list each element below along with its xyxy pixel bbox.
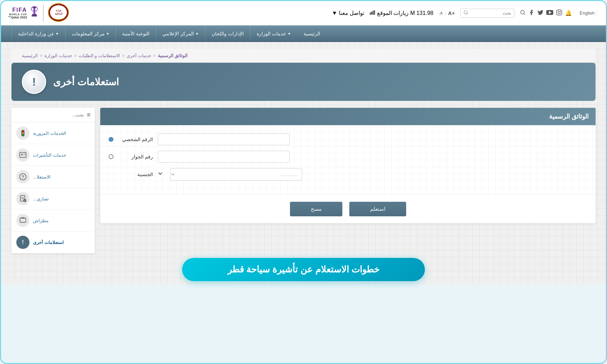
svg-point-2 [561,10,561,11]
header-left: English 🔔 [332,9,599,18]
logo-divider [43,5,44,22]
breadcrumb-current: الوثائق الرسمية [158,53,188,58]
svg-marker-18 [58,2,59,3]
svg-point-7 [464,10,467,14]
svg-rect-28 [20,153,26,158]
instagram-icon[interactable] [556,9,562,17]
sidebar-inquiries-label: الاستعلا... [33,174,51,180]
main-wrapper: الوثائق الرسمية < خدمات أخرى < الاستعلام… [1,42,606,285]
sidebar-search[interactable]: ≡ [11,108,95,122]
contact-label: تواصل معنا [339,10,364,16]
svg-point-29 [21,154,23,156]
sidebar-other-label: استعلامات أخرى [33,240,64,245]
nav-home[interactable]: الرئيسية [297,26,326,41]
svg-rect-23 [32,15,37,17]
sidebar-item-matrash[interactable]: مطراش [11,210,95,232]
nav-media-center[interactable]: ▼ المركز الإعلامي [156,26,205,41]
facebook-icon[interactable] [528,9,535,17]
svg-line-8 [467,13,468,14]
nationality-label: الجنسية [118,172,153,177]
site-header: English 🔔 [1,1,606,25]
breadcrumb-other-services[interactable]: خدمات أخرى [127,53,151,58]
form-actions: استعلم مسح [100,194,596,223]
breadcrumb-sep4: < [153,53,156,58]
breadcrumb-ministry-services[interactable]: خدمات الوزارة [44,53,72,58]
svg-rect-0 [557,10,562,15]
sidebar-item-inquiries[interactable]: الاستعلا... ? [11,166,95,188]
sidebar: ≡ الخدمات المرورية خدمات التأشيرات الاست… [11,108,95,253]
passport-row: رقم الجواز [109,151,587,163]
visits-chart-icon [370,10,375,16]
svg-point-26 [22,132,24,134]
language-switcher[interactable]: English [578,10,597,16]
svg-text:الداخلية: الداخلية [55,12,62,15]
personal-id-radio[interactable] [109,137,113,142]
traffic-icon [16,127,29,140]
visa-icon [16,148,29,162]
search-icon[interactable] [520,10,525,16]
twitter-icon[interactable] [537,9,544,17]
sidebar-item-other-inquiries[interactable]: استعلامات أخرى ! [11,232,95,253]
sidebar-item-traffic[interactable]: الخدمات المرورية [11,122,95,144]
hamburger-icon[interactable]: ≡ [87,111,91,119]
nav-departments[interactable]: الإدارات واللجان [205,26,250,41]
passport-radio[interactable] [109,154,113,159]
query-button[interactable]: استعلم [349,202,406,216]
svg-point-5 [521,10,524,14]
nationality-select[interactable]: ............ [170,168,302,181]
personal-id-label: الرقم الشخصي [118,137,153,142]
nav-info-center[interactable]: ▼ مركز المعلومات [65,26,116,41]
clear-button[interactable]: مسح [290,202,342,216]
personal-id-row: الرقم الشخصي [109,133,587,145]
form-body: الرقم الشخصي رقم الجواز ............ [100,125,596,194]
sidebar-visa-label: خدمات التأشيرات [33,153,66,158]
passport-input[interactable] [158,151,290,163]
svg-point-25 [22,131,24,132]
personal-id-input[interactable] [158,133,290,145]
sidebar-matrash-label: مطراش [33,218,49,223]
visits-count: 131.98 M [410,10,434,16]
svg-point-1 [558,11,561,14]
notification-icon[interactable]: 🔔 [565,10,572,16]
arrow-icon: ▼ [106,32,110,36]
breadcrumb-requests[interactable]: الاستعلامات و الطلبات [79,53,120,58]
youtube-icon[interactable] [546,10,553,17]
sidebar-item-visa[interactable]: خدمات التأشيرات [11,144,95,166]
font-decrease-button[interactable]: A- [439,11,443,15]
permits-icon: ✓ [16,192,29,205]
header-logos: وزارة الداخلية FIFA [8,2,70,24]
contact-arrow-icon: ▼ [332,10,337,16]
svg-rect-39 [20,218,26,223]
svg-rect-11 [373,11,374,15]
breadcrumb-home[interactable]: الرئيسية [22,53,38,58]
breadcrumb-sep1: < [40,53,42,58]
form-panel: الوثائق الرسمية الرقم الشخصي رقم الجواز [100,108,596,223]
search-submit-icon[interactable] [463,10,468,16]
breadcrumb-section: الوثائق الرسمية < خدمات أخرى < الاستعلام… [11,49,596,63]
nav-security-awareness[interactable]: التوعية الأمنية [116,26,156,41]
nationality-row: ............ الجنسية [109,168,587,181]
sidebar-item-permits[interactable]: تصاري... ✓ [11,188,95,210]
search-box[interactable] [460,9,514,18]
font-increase-button[interactable]: +A [448,10,455,16]
sidebar-search-input[interactable] [16,112,84,118]
breadcrumb: الوثائق الرسمية < خدمات أخرى < الاستعلام… [22,53,585,58]
svg-rect-12 [374,10,375,15]
sidebar-traffic-label: الخدمات المرورية [33,131,66,136]
arrow-icon: ▼ [55,32,59,36]
svg-text:?: ? [22,175,24,180]
svg-rect-10 [371,12,372,15]
contact-button[interactable]: تواصل معنا ▼ [332,10,365,16]
form-title: الوثائق الرسمية [549,113,589,120]
arrow-icon: ▼ [195,32,199,36]
visits-label: زيارات الموقع [377,10,409,16]
main-navigation: الرئيسية ▼ خدمات الوزارة الإدارات واللجا… [1,25,606,42]
svg-rect-40 [21,217,24,219]
nav-about-ministry[interactable]: ▼ عن وزارة الداخلية [11,26,65,41]
fifa-logo: FIFA WORLD CUP Qatar 2022™ [8,5,40,21]
svg-rect-19 [33,7,36,9]
nav-ministry-services[interactable]: ▼ خدمات الوزارة [250,26,297,41]
search-input[interactable] [470,10,511,16]
content-area: الوثائق الرسمية الرقم الشخصي رقم الجواز [11,108,596,253]
passport-label: رقم الجواز [118,154,153,159]
